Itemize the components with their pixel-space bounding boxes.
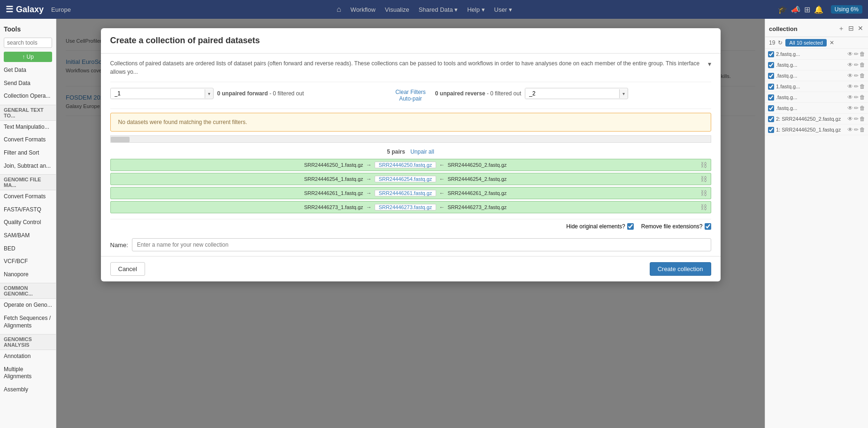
bell-icon[interactable]: 🔔: [814, 5, 823, 14]
edit-icon-2[interactable]: ✏: [854, 62, 859, 68]
sidebar-item-get-data[interactable]: Get Data: [0, 64, 56, 77]
sidebar-item-assembly[interactable]: Assembly: [0, 383, 56, 397]
sidebar-item-multiple-alignments[interactable]: Multiple Alignments: [0, 363, 56, 383]
sidebar-item-fetch-sequences[interactable]: Fetch Sequences / Alignments: [0, 312, 56, 332]
panels-icon[interactable]: ⊟: [847, 23, 855, 34]
sidebar-item-join-subtract[interactable]: Join, Subtract an...: [0, 160, 56, 173]
sidebar-item-collection-opera[interactable]: Collection Opera...: [0, 90, 56, 103]
eye-icon-2[interactable]: 👁: [847, 62, 853, 68]
sidebar-item-bed[interactable]: BED: [0, 242, 56, 256]
delete-icon-4[interactable]: 🗑: [860, 83, 865, 90]
edit-icon-6[interactable]: ✏: [854, 105, 859, 111]
sidebar-item-sam-bam[interactable]: SAM/BAM: [0, 229, 56, 242]
pair-4-unlink-icon[interactable]: ⛓: [697, 203, 707, 211]
clear-filters-link[interactable]: Clear Filters: [395, 89, 426, 95]
history-item-1-checkbox[interactable]: [768, 51, 774, 57]
apps-icon[interactable]: ⊞: [804, 5, 810, 14]
pair-2-unlink-icon[interactable]: ⛓: [697, 175, 707, 183]
eye-icon-4[interactable]: 👁: [847, 83, 853, 90]
delete-icon-8[interactable]: 🗑: [860, 126, 865, 133]
close-right-icon[interactable]: ✕: [857, 23, 864, 34]
deselect-icon[interactable]: ✕: [830, 39, 834, 46]
sidebar-item-annotation[interactable]: Annotation: [0, 350, 56, 363]
history-item-6-checkbox[interactable]: [768, 105, 774, 111]
forward-filter-dropdown[interactable]: ▾: [205, 89, 213, 98]
pair-1-unlink-icon[interactable]: ⛓: [697, 161, 707, 169]
pair-3-unlink-icon[interactable]: ⛓: [697, 189, 707, 197]
workflow-link[interactable]: Workflow: [351, 6, 376, 13]
name-row: Name:: [110, 233, 711, 256]
pair-1-left: SRR24446250_1.fastq.gz: [115, 162, 363, 168]
sidebar-item-vcf-bcf[interactable]: VCF/BCF: [0, 255, 56, 268]
delete-icon-5[interactable]: 🗑: [860, 94, 865, 101]
horizontal-scrollbar[interactable]: [110, 135, 711, 143]
eye-icon-5[interactable]: 👁: [847, 94, 853, 101]
shared-data-link[interactable]: Shared Data ▾: [419, 6, 458, 13]
pair-3-middle[interactable]: SRR24446261.fastq.gz: [375, 190, 437, 196]
brand-logo[interactable]: ☰ Galaxy: [6, 4, 44, 15]
sidebar-item-operate-on-geno[interactable]: Operate on Geno...: [0, 299, 56, 312]
eye-icon-8[interactable]: 👁: [847, 126, 853, 133]
sidebar-item-filter-sort[interactable]: Filter and Sort: [0, 147, 56, 160]
eye-icon-1[interactable]: 👁: [847, 51, 853, 57]
sidebar-item-nanopore[interactable]: Nanopore: [0, 268, 56, 281]
delete-icon-1[interactable]: 🗑: [860, 51, 865, 57]
history-item-5-checkbox[interactable]: [768, 94, 774, 101]
eye-icon-6[interactable]: 👁: [847, 105, 853, 111]
pair-2-middle[interactable]: SRR24446254.fastq.gz: [375, 176, 437, 182]
auto-pair-link[interactable]: Auto-pair: [399, 95, 422, 102]
pair-row-4: SRR24446273_1.fastq.gz → SRR24446273.fas…: [110, 201, 711, 213]
collection-name-input[interactable]: [132, 238, 711, 251]
sidebar-item-send-data[interactable]: Send Data: [0, 77, 56, 90]
graduation-icon[interactable]: 🎓: [778, 5, 787, 14]
help-link[interactable]: Help ▾: [467, 6, 484, 13]
history-item-3-checkbox[interactable]: [768, 73, 774, 79]
edit-icon-4[interactable]: ✏: [854, 83, 859, 90]
create-collection-button[interactable]: Create collection: [650, 262, 711, 276]
remove-extensions-label[interactable]: Remove file extensions?: [641, 223, 711, 230]
visualize-link[interactable]: Visualize: [385, 6, 409, 13]
edit-icon-1[interactable]: ✏: [854, 51, 859, 57]
upload-button[interactable]: ↑ Up: [4, 52, 52, 62]
hide-originals-checkbox[interactable]: [627, 223, 634, 230]
user-link[interactable]: User ▾: [494, 6, 512, 13]
history-item-3-name: .fastq.g...: [776, 73, 845, 78]
search-tools-input[interactable]: [4, 38, 52, 48]
reverse-filter-dropdown[interactable]: ▾: [619, 89, 628, 98]
unpair-all-link[interactable]: Unpair all: [410, 148, 434, 155]
sidebar-item-fasta-fastq[interactable]: FASTA/FASTQ: [0, 203, 56, 217]
reverse-filter-input[interactable]: [525, 88, 619, 99]
delete-icon-3[interactable]: 🗑: [860, 72, 865, 79]
edit-icon-5[interactable]: ✏: [854, 94, 859, 101]
delete-icon-6[interactable]: 🗑: [860, 105, 865, 111]
history-item-7-checkbox[interactable]: [768, 116, 774, 122]
sidebar-item-text-manip[interactable]: Text Manipulatio...: [0, 121, 56, 134]
history-item-8-checkbox[interactable]: [768, 127, 774, 133]
forward-filter-input[interactable]: [111, 88, 205, 99]
edit-icon-7[interactable]: ✏: [854, 116, 859, 122]
history-item-4-checkbox[interactable]: [768, 84, 774, 90]
megaphone-icon[interactable]: 📣: [791, 5, 800, 14]
delete-icon-2[interactable]: 🗑: [860, 62, 865, 68]
plus-icon[interactable]: ＋: [837, 23, 845, 34]
eye-icon-3[interactable]: 👁: [847, 72, 853, 79]
refresh-icon[interactable]: ↻: [778, 39, 783, 46]
modal-expand-icon[interactable]: ▾: [704, 59, 711, 69]
home-icon[interactable]: ⌂: [337, 5, 341, 14]
delete-icon-7[interactable]: 🗑: [860, 116, 865, 122]
main-layout: Tools ↑ Up Get Data Send Data Collection…: [0, 19, 868, 428]
cancel-button[interactable]: Cancel: [110, 262, 145, 276]
edit-icon-3[interactable]: ✏: [854, 72, 859, 79]
sidebar-item-convert-formats-2[interactable]: Convert Formats: [0, 190, 56, 203]
edit-icon-8[interactable]: ✏: [854, 126, 859, 133]
remove-extensions-checkbox[interactable]: [705, 223, 711, 230]
history-item-2-checkbox[interactable]: [768, 62, 774, 68]
sidebar-item-convert-formats-1[interactable]: Convert Formats: [0, 133, 56, 147]
hide-originals-label[interactable]: Hide original elements?: [566, 223, 633, 230]
all-selected-badge[interactable]: All 10 selected: [785, 39, 827, 47]
history-item-3: .fastq.g... 👁 ✏ 🗑: [765, 70, 868, 81]
sidebar-item-quality-control[interactable]: Quality Control: [0, 216, 56, 229]
pair-4-middle[interactable]: SRR24446273.fastq.gz: [375, 204, 437, 210]
eye-icon-7[interactable]: 👁: [847, 116, 853, 122]
pair-1-middle[interactable]: SRR24446250.fastq.gz: [375, 162, 437, 168]
